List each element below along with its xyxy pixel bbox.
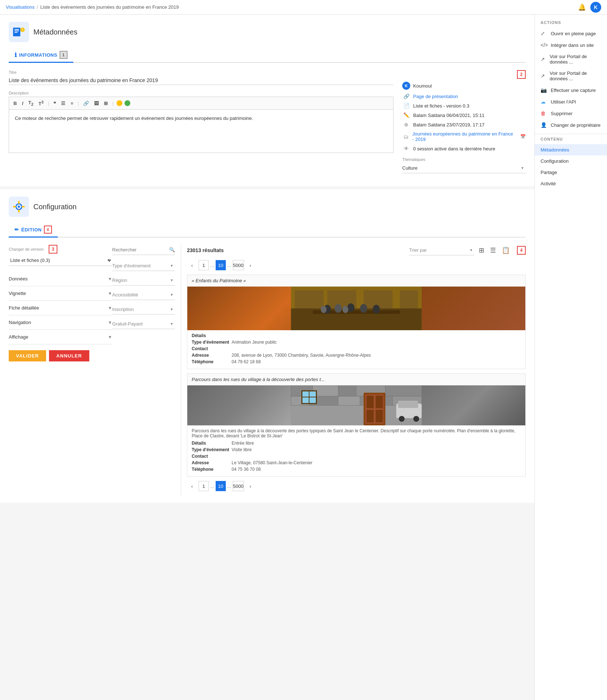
sessions-row: 👁 0 session active dans la dernière heur… — [402, 146, 526, 151]
accessibilite-select[interactable]: Accessibilité — [112, 290, 175, 300]
search-input[interactable] — [112, 245, 175, 255]
type-value-1: Animation Jeune public — [232, 340, 277, 345]
journees-link[interactable]: Journées européennes du patrimoine en Fr… — [412, 131, 516, 142]
eye-icon: 👁 — [402, 146, 410, 151]
inscription-select[interactable]: Inscription — [112, 304, 175, 315]
accordion-vignette-header[interactable]: Vignette ▼ — [9, 286, 112, 300]
tab-informations[interactable]: ℹ INFORMATIONS 1 — [9, 48, 73, 63]
prev-page-btn[interactable]: ‹ — [187, 260, 197, 270]
action-view-portal-2[interactable]: ↗ Voir sur Portail de données ... — [535, 68, 607, 84]
owner-name: Koumoul — [413, 83, 432, 89]
action-view-portal-1[interactable]: ↗ Voir sur Portail de données ... — [535, 51, 607, 68]
prev-page-btn-bottom[interactable]: ‹ — [187, 481, 197, 491]
search-icon[interactable]: 🔍 — [169, 247, 175, 252]
editor-toolbar: B I T2 T3 | ❝ ☰ ≡ | 🔗 🖼 ⊞ | — [9, 97, 394, 109]
card-1-contact-row: Contact — [192, 346, 521, 351]
next-page-btn-bottom[interactable]: › — [245, 481, 256, 491]
gratuit-payant-select[interactable]: Gratuit-Payant — [112, 319, 175, 329]
breadcrumb-current: Liste des événements des journées du pat… — [40, 4, 179, 10]
content-item-partage[interactable]: Partage — [535, 167, 607, 178]
metadata-header: Métadonnées — [9, 22, 526, 42]
action-delete[interactable]: 🗑 Supprimer — [535, 108, 607, 119]
tel-value-1: 04 79 62 18 68 — [232, 359, 261, 364]
accordion-affichage-header[interactable]: Affichage ▼ — [9, 330, 112, 344]
svg-point-26 — [343, 306, 349, 313]
breadcrumb: Visualisations / Liste des événements de… — [6, 4, 179, 10]
page-btn-10[interactable]: 10 — [216, 260, 226, 270]
contact-label-1: Contact — [192, 346, 232, 351]
metadata-info-panel: 2 K Koumoul 🔗 Page de présentation 📄 — [402, 70, 526, 179]
svg-point-25 — [321, 306, 327, 313]
action-use-api[interactable]: ☁ Utiliser l'API — [535, 96, 607, 108]
metadata-icon — [9, 22, 29, 42]
grid-view-icon[interactable]: ⊞ — [477, 245, 486, 256]
action-change-owner[interactable]: 👤 Changer de propriétaire — [535, 119, 607, 131]
chevron-down-icon: ▼ — [108, 320, 112, 325]
accordion-vignette: Vignette ▼ — [9, 286, 112, 301]
svg-rect-1 — [15, 29, 19, 30]
calendar-icon: 📅 — [520, 134, 526, 139]
export-icon[interactable]: 📋 — [500, 245, 511, 256]
card-2-details: Parcours dans les rues du village à la d… — [187, 425, 525, 476]
content-item-configuration[interactable]: Configuration — [535, 155, 607, 167]
annuler-button[interactable]: ANNULER — [49, 350, 89, 361]
accordion-donnees: Données ▼ — [9, 272, 112, 286]
svg-rect-33 — [386, 385, 422, 396]
page-dots-1-bottom: ... — [210, 483, 214, 489]
accordion-donnees-header[interactable]: Données ▼ — [9, 272, 112, 286]
created-text: Balam Saldana 23/07/2019, 17:17 — [413, 122, 485, 128]
italic-btn[interactable]: I — [20, 100, 25, 107]
yellow-circle[interactable] — [117, 100, 122, 106]
page-btn-5000-bottom[interactable]: 5000 — [233, 481, 244, 491]
card-2-desc-text: Parcours dans les rues du village à la d… — [192, 428, 521, 438]
avatar[interactable]: K — [590, 2, 601, 13]
card-1-adresse-row: Adresse 208, avenue de Lyon, 73000 Chamb… — [192, 353, 521, 358]
svg-point-24 — [373, 305, 380, 313]
superscript-btn[interactable]: T3 — [37, 99, 45, 107]
type-evenement-filter: Type d'événement — [112, 261, 175, 271]
page-btn-1[interactable]: 1 — [199, 260, 209, 270]
title-input[interactable] — [9, 76, 394, 85]
accordion-fiche-detaillee-header[interactable]: Fiche détaillée ▼ — [9, 301, 112, 315]
pencil-icon: ✏ — [15, 227, 19, 232]
type-evenement-select[interactable]: Type d'événement — [112, 261, 175, 271]
content-item-metadonnees[interactable]: Métadonnées — [535, 144, 607, 155]
page-link[interactable]: Page de présentation — [413, 94, 458, 99]
sort-select[interactable]: Trier par — [409, 245, 474, 255]
page-btn-1-bottom[interactable]: 1 — [199, 481, 209, 491]
tab-edition[interactable]: ✏ ÉDITION 4 — [9, 223, 58, 238]
modified-row: ✏️ Balam Saldana 06/04/2021, 15:11 — [402, 112, 526, 118]
action-capture[interactable]: 📷 Effectuer une capture — [535, 84, 607, 96]
accordion-navigation-header[interactable]: Navigation ▼ — [9, 315, 112, 329]
next-page-btn[interactable]: › — [245, 260, 256, 270]
ul-btn[interactable]: ☰ — [60, 100, 67, 107]
valider-button[interactable]: VALIDER — [9, 350, 46, 361]
action-integrate-site[interactable]: </> Intégrer dans un site — [535, 39, 607, 51]
page-btn-5000[interactable]: 5000 — [233, 260, 244, 270]
tel-value-2: 04 75 36 70 08 — [232, 467, 261, 472]
blockquote-btn[interactable]: ❝ — [52, 100, 57, 107]
svg-point-48 — [414, 416, 419, 422]
description-textarea[interactable]: Ce moteur de recherche permet de retrouv… — [9, 109, 394, 153]
action-open-full-page[interactable]: ⤢ Ouvrir en pleine page — [535, 28, 607, 39]
inscription-filter: Inscription — [112, 304, 175, 315]
link-btn[interactable]: 🔗 — [82, 100, 90, 107]
list-view-icon[interactable]: ☰ — [489, 245, 497, 256]
page-btn-10-bottom[interactable]: 10 — [216, 481, 226, 491]
table-btn[interactable]: ⊞ — [102, 100, 109, 107]
content-item-activite[interactable]: Activité — [535, 178, 607, 189]
image-btn[interactable]: 🖼 — [93, 100, 100, 107]
version-select[interactable]: Liste et fiches (0.3) — [9, 255, 112, 266]
actions-section-title: ACTIONS — [535, 20, 607, 28]
subscript-btn[interactable]: T2 — [27, 99, 35, 107]
bold-btn[interactable]: B — [12, 100, 18, 107]
plus-icon: ⊕ — [402, 122, 410, 128]
thematiques-select[interactable]: Culture — [402, 163, 526, 173]
bell-icon[interactable]: 🔔 — [578, 3, 586, 11]
breadcrumb-visualisations-link[interactable]: Visualisations — [6, 4, 34, 10]
region-select[interactable]: Région — [112, 275, 175, 286]
ol-btn[interactable]: ≡ — [69, 100, 75, 107]
svg-rect-46 — [398, 401, 418, 408]
card-1-tel-row: Téléphone 04 79 62 18 68 — [192, 359, 521, 364]
green-circle[interactable] — [125, 100, 130, 106]
